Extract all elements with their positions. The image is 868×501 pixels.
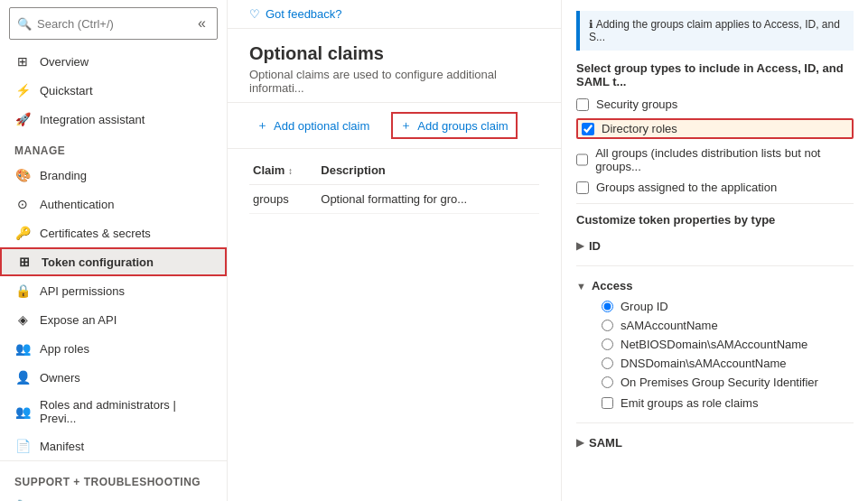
- emit-groups-checkbox[interactable]: [602, 397, 613, 409]
- plus-icon: ＋: [257, 117, 268, 134]
- groups-assigned-checkbox[interactable]: [576, 181, 589, 194]
- sidebar-item-roles-admins[interactable]: 👥 Roles and administrators | Previ...: [0, 392, 227, 431]
- customize-title: Customize token properties by type: [576, 213, 854, 227]
- token-config-icon: ⊞: [16, 254, 33, 270]
- owners-icon: 👤: [14, 369, 31, 385]
- chevron-down-icon: ▼: [576, 281, 586, 292]
- support-section-label: Support + Troubleshooting: [0, 465, 227, 492]
- add-claim-label: Add optional claim: [274, 119, 369, 133]
- search-input[interactable]: [37, 17, 189, 31]
- quickstart-icon: ⚡: [14, 82, 31, 98]
- dns-domain-radio[interactable]: [602, 357, 613, 369]
- sidebar: 🔍 « ⊞ Overview ⚡ Quickstart 🚀 Integratio…: [0, 0, 228, 501]
- sidebar-item-label: API permissions: [40, 284, 125, 298]
- sidebar-item-label: Certificates & secrets: [40, 227, 151, 240]
- app-roles-icon: 👥: [14, 340, 31, 357]
- netbios-label: NetBIOSDomain\sAMAccountName: [621, 338, 807, 351]
- right-panel: ℹ Adding the groups claim applies to Acc…: [561, 0, 868, 501]
- sidebar-item-authentication[interactable]: ⊙ Authentication: [0, 190, 227, 218]
- claims-table-area: Claim ↕ Description groups Optional form…: [228, 149, 561, 501]
- access-radio-group: Group ID sAMAccountName NetBIOSDomain\sA…: [576, 296, 854, 393]
- chevron-right-icon: ▶: [576, 240, 583, 252]
- sidebar-item-label: Owners: [40, 371, 80, 385]
- group-id-radio[interactable]: [602, 301, 613, 312]
- collapse-sidebar-button[interactable]: «: [194, 12, 210, 35]
- page-header: Optional claims Optional claims are used…: [228, 29, 561, 103]
- add-groups-label: Add groups claim: [417, 119, 508, 133]
- expose-api-icon: ◈: [14, 311, 31, 328]
- sidebar-item-label: Token configuration: [42, 255, 154, 269]
- feedback-bar[interactable]: ♡ Got feedback?: [228, 0, 561, 29]
- access-section-header[interactable]: ▼ Access: [576, 275, 854, 296]
- feedback-label: Got feedback?: [266, 7, 342, 21]
- on-premises-label: On Premises Group Security Identifier: [621, 376, 818, 389]
- groups-assigned-label: Groups assigned to the application: [596, 181, 777, 194]
- info-icon: ℹ: [589, 18, 596, 31]
- sidebar-item-label: Branding: [40, 169, 87, 182]
- sort-icon: ↕: [288, 166, 293, 176]
- sidebar-item-integration[interactable]: 🚀 Integration assistant: [0, 105, 227, 134]
- directory-roles-label: Directory roles: [602, 122, 677, 135]
- sidebar-item-label: Authentication: [40, 198, 114, 211]
- description-column-header: Description: [317, 156, 539, 185]
- search-icon: 🔍: [17, 17, 32, 31]
- sidebar-item-token-configuration[interactable]: ⊞ Token configuration: [0, 247, 227, 276]
- info-text: Adding the groups claim applies to Acces…: [589, 18, 840, 43]
- sidebar-item-owners[interactable]: 👤 Owners: [0, 363, 227, 392]
- search-box[interactable]: 🔍 «: [9, 7, 218, 40]
- claim-column-header[interactable]: Claim ↕: [249, 156, 317, 185]
- info-banner: ℹ Adding the groups claim applies to Acc…: [576, 11, 854, 51]
- sidebar-item-manifest[interactable]: 📄 Manifest: [0, 431, 227, 460]
- page-title: Optional claims: [249, 43, 539, 64]
- directory-roles-checkbox-row: Directory roles: [576, 118, 854, 139]
- group-types-title: Select group types to include in Access,…: [576, 61, 854, 88]
- sidebar-item-app-roles[interactable]: 👥 App roles: [0, 334, 227, 363]
- radio-dns-domain: DNSDomain\sAMAccountName: [602, 357, 854, 370]
- saml-section-header[interactable]: ▶ SAML: [576, 432, 854, 453]
- table-row: groups Optional formatting for gro...: [249, 185, 539, 214]
- claim-cell: groups: [249, 185, 317, 214]
- sidebar-item-api-permissions[interactable]: 🔒 API permissions: [0, 276, 227, 305]
- groups-assigned-checkbox-row: Groups assigned to the application: [576, 181, 854, 194]
- security-groups-checkbox[interactable]: [576, 98, 589, 111]
- id-section-header[interactable]: ▶ ID: [576, 236, 854, 256]
- divider: [576, 422, 854, 423]
- radio-group-id: Group ID: [602, 300, 854, 313]
- all-groups-checkbox[interactable]: [576, 153, 588, 166]
- plus-icon: ＋: [400, 117, 412, 134]
- certificates-icon: 🔑: [14, 225, 31, 241]
- saml-section-label: SAML: [589, 436, 622, 450]
- sam-account-label: sAMAccountName: [621, 319, 718, 332]
- emit-groups-label: Emit groups as role claims: [621, 396, 758, 410]
- sidebar-item-certificates[interactable]: 🔑 Certificates & secrets: [0, 218, 227, 247]
- radio-netbios: NetBIOSDomain\sAMAccountName: [602, 338, 854, 351]
- sidebar-item-overview[interactable]: ⊞ Overview: [0, 47, 227, 76]
- sidebar-item-label: Manifest: [40, 440, 84, 453]
- sidebar-item-troubleshooting[interactable]: 🔧 Troubleshooting: [0, 492, 227, 501]
- description-cell: Optional formatting for gro...: [317, 185, 539, 214]
- security-groups-label: Security groups: [596, 97, 677, 111]
- divider: [576, 265, 854, 266]
- directory-roles-checkbox[interactable]: [582, 123, 594, 135]
- on-premises-radio[interactable]: [602, 376, 613, 388]
- add-optional-claim-button[interactable]: ＋ Add optional claim: [249, 114, 377, 137]
- sidebar-item-label: Quickstart: [40, 84, 93, 97]
- sam-account-radio[interactable]: [602, 320, 613, 331]
- support-section: Support + Troubleshooting 🔧 Troubleshoot…: [0, 460, 227, 501]
- integration-icon: 🚀: [14, 111, 31, 127]
- manage-section-label: Manage: [0, 134, 227, 161]
- netbios-radio[interactable]: [602, 339, 613, 350]
- add-groups-claim-button[interactable]: ＋ Add groups claim: [391, 112, 517, 139]
- sidebar-item-label: Integration assistant: [40, 113, 145, 126]
- radio-on-premises: On Premises Group Security Identifier: [602, 376, 854, 389]
- branding-icon: 🎨: [14, 167, 31, 183]
- sidebar-item-label: Expose an API: [40, 313, 117, 327]
- authentication-icon: ⊙: [14, 196, 31, 212]
- all-groups-label: All groups (includes distribution lists …: [595, 146, 854, 173]
- id-section-label: ID: [589, 239, 601, 253]
- sidebar-item-branding[interactable]: 🎨 Branding: [0, 161, 227, 190]
- sidebar-item-label: Roles and administrators | Previ...: [40, 398, 212, 425]
- sidebar-item-expose-api[interactable]: ◈ Expose an API: [0, 305, 227, 334]
- toolbar: ＋ Add optional claim ＋ Add groups claim: [228, 103, 561, 149]
- sidebar-item-quickstart[interactable]: ⚡ Quickstart: [0, 76, 227, 105]
